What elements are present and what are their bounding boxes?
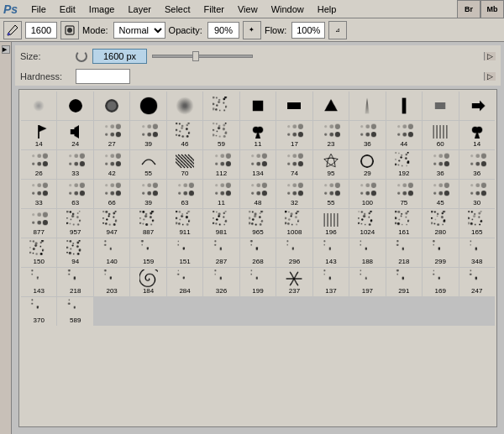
size-input[interactable] bbox=[25, 22, 57, 39]
brush-cell[interactable]: 237 bbox=[276, 268, 312, 296]
brush-cell[interactable]: 287 bbox=[203, 238, 239, 267]
brush-cell[interactable] bbox=[21, 92, 56, 120]
brush-cell[interactable]: 161 bbox=[386, 209, 422, 238]
brush-cell[interactable]: 100 bbox=[349, 180, 385, 208]
brush-cell[interactable]: 48 bbox=[240, 180, 276, 208]
menu-layer[interactable]: Layer bbox=[121, 3, 158, 16]
brush-cell[interactable]: 203 bbox=[94, 268, 129, 296]
brush-cell[interactable]: 33 bbox=[57, 150, 92, 179]
brush-cell[interactable] bbox=[313, 92, 349, 120]
opacity-input[interactable] bbox=[207, 22, 239, 39]
refresh-icon[interactable] bbox=[76, 50, 87, 62]
brush-cell[interactable]: 27 bbox=[94, 121, 129, 149]
brush-cell[interactable]: 199 bbox=[240, 268, 276, 296]
brush-cell[interactable]: 36 bbox=[349, 121, 385, 149]
brush-cell[interactable]: 36 bbox=[423, 150, 458, 179]
brush-cell[interactable]: 11 bbox=[203, 180, 239, 208]
brush-cell[interactable]: 143 bbox=[21, 268, 56, 296]
brush-cell[interactable]: 981 bbox=[203, 209, 239, 238]
mb-logo[interactable]: Mb bbox=[480, 0, 504, 18]
brush-cell[interactable]: 296 bbox=[276, 238, 312, 267]
brush-cell[interactable]: 140 bbox=[94, 238, 129, 267]
brush-cell[interactable]: 14 bbox=[459, 121, 495, 149]
brush-cell[interactable]: 70 bbox=[167, 150, 202, 179]
brush-cell[interactable]: 169 bbox=[423, 268, 458, 296]
brush-cell[interactable]: 45 bbox=[423, 180, 458, 208]
menu-file[interactable]: File bbox=[24, 3, 53, 16]
size-value-input[interactable] bbox=[92, 49, 147, 64]
brush-cell[interactable]: 63 bbox=[167, 180, 202, 208]
brush-cell[interactable]: 184 bbox=[130, 268, 165, 296]
brush-cell[interactable]: 280 bbox=[423, 209, 458, 238]
menu-help[interactable]: Help bbox=[311, 3, 344, 16]
brush-cell[interactable]: 39 bbox=[130, 121, 165, 149]
brush-cell[interactable]: 197 bbox=[349, 268, 385, 296]
brush-cell[interactable]: 165 bbox=[459, 209, 495, 238]
brush-cell[interactable] bbox=[203, 92, 239, 120]
brush-cell[interactable]: 66 bbox=[94, 180, 129, 208]
brush-cell[interactable]: 55 bbox=[313, 180, 349, 208]
brush-cell[interactable]: 29 bbox=[349, 150, 385, 179]
brush-cell[interactable] bbox=[130, 92, 165, 120]
brush-cell[interactable]: 63 bbox=[57, 180, 92, 208]
brush-cell[interactable]: 326 bbox=[203, 268, 239, 296]
brush-cell[interactable]: 196 bbox=[313, 209, 349, 238]
brush-cell[interactable] bbox=[423, 92, 458, 120]
mode-select[interactable]: Normal bbox=[113, 22, 165, 39]
brush-cell[interactable]: 299 bbox=[423, 238, 458, 267]
brush-cell[interactable]: 192 bbox=[386, 150, 422, 179]
brush-cell[interactable]: 39 bbox=[130, 180, 165, 208]
brush-cell[interactable]: 26 bbox=[21, 150, 56, 179]
brush-cell[interactable]: 247 bbox=[459, 268, 495, 296]
brush-cell[interactable] bbox=[386, 92, 422, 120]
brush-cell[interactable]: 112 bbox=[203, 150, 239, 179]
brush-cell[interactable]: 42 bbox=[94, 150, 129, 179]
brush-cell[interactable]: 965 bbox=[240, 209, 276, 238]
panel-collapse-arrow[interactable]: ▷ bbox=[484, 72, 496, 81]
brush-cell[interactable] bbox=[167, 92, 202, 120]
brush-cell[interactable]: 877 bbox=[21, 209, 56, 238]
brush-tool-btn[interactable] bbox=[3, 21, 22, 39]
brush-grid-container[interactable]: 1424273946591117233644601426334255701121… bbox=[18, 89, 497, 427]
bridge-logo[interactable]: Br bbox=[457, 0, 480, 18]
brush-cell[interactable]: 36 bbox=[459, 150, 495, 179]
brush-cell[interactable]: 74 bbox=[276, 150, 312, 179]
brush-cell[interactable]: 218 bbox=[386, 238, 422, 267]
brush-cell[interactable]: 75 bbox=[386, 180, 422, 208]
menu-select[interactable]: Select bbox=[158, 3, 197, 16]
brush-cell[interactable]: 32 bbox=[276, 180, 312, 208]
brush-cell[interactable]: 59 bbox=[203, 121, 239, 149]
airbrush-btn[interactable]: ✦ bbox=[243, 21, 261, 39]
brush-cell[interactable]: 134 bbox=[240, 150, 276, 179]
brush-cell[interactable]: 151 bbox=[167, 238, 202, 267]
brush-cell[interactable] bbox=[94, 92, 129, 120]
brush-cell[interactable]: 60 bbox=[423, 121, 458, 149]
brush-cell[interactable]: 23 bbox=[313, 121, 349, 149]
brush-cell[interactable]: 11 bbox=[240, 121, 276, 149]
brush-cell[interactable] bbox=[276, 92, 312, 120]
brush-cell[interactable]: 137 bbox=[313, 268, 349, 296]
brush-cell[interactable]: 14 bbox=[21, 121, 56, 149]
brush-cell[interactable]: 94 bbox=[57, 238, 92, 267]
brush-cell[interactable] bbox=[349, 92, 385, 120]
brush-cell[interactable]: 188 bbox=[349, 238, 385, 267]
brush-cell[interactable]: 348 bbox=[459, 238, 495, 267]
collapse-btn[interactable]: ▶ bbox=[2, 45, 10, 54]
brush-cell[interactable]: 143 bbox=[313, 238, 349, 267]
brush-cell[interactable]: 55 bbox=[130, 150, 165, 179]
brush-cell[interactable] bbox=[57, 92, 92, 120]
size-slider[interactable] bbox=[152, 55, 253, 58]
brush-cell[interactable]: 1008 bbox=[276, 209, 312, 238]
brush-cell[interactable]: 159 bbox=[130, 238, 165, 267]
brush-cell[interactable]: 1024 bbox=[349, 209, 385, 238]
brush-cell[interactable]: 218 bbox=[57, 268, 92, 296]
brush-cell[interactable]: 46 bbox=[167, 121, 202, 149]
brush-cell[interactable]: 150 bbox=[21, 238, 56, 267]
brush-preset-btn[interactable] bbox=[60, 21, 79, 39]
brush-cell[interactable] bbox=[459, 92, 495, 120]
brush-cell[interactable]: 911 bbox=[167, 209, 202, 238]
brush-cell[interactable]: 589 bbox=[57, 297, 92, 326]
brush-cell[interactable]: 17 bbox=[276, 121, 312, 149]
brush-cell[interactable]: 887 bbox=[130, 209, 165, 238]
brush-cell[interactable]: 947 bbox=[94, 209, 129, 238]
